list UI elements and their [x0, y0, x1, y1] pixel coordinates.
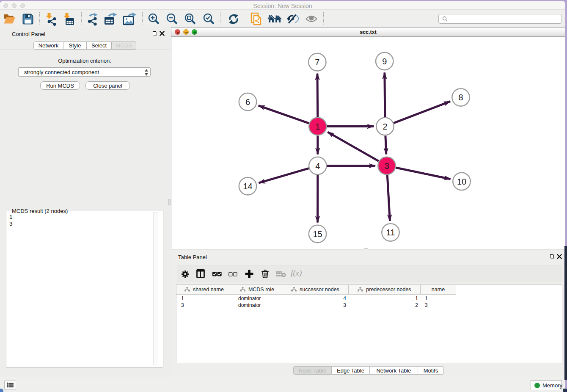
svg-text:8: 8: [458, 93, 463, 102]
svg-text:11: 11: [386, 228, 395, 237]
svg-text:15: 15: [313, 229, 322, 238]
svg-text:2: 2: [383, 121, 387, 131]
svg-text:10: 10: [457, 177, 466, 186]
svg-text:7: 7: [315, 57, 319, 66]
svg-text:4: 4: [315, 161, 320, 170]
svg-text:9: 9: [382, 56, 387, 66]
svg-text:3: 3: [384, 161, 389, 170]
svg-text:14: 14: [243, 181, 252, 190]
svg-text:6: 6: [245, 97, 250, 106]
svg-text:1: 1: [315, 121, 320, 131]
